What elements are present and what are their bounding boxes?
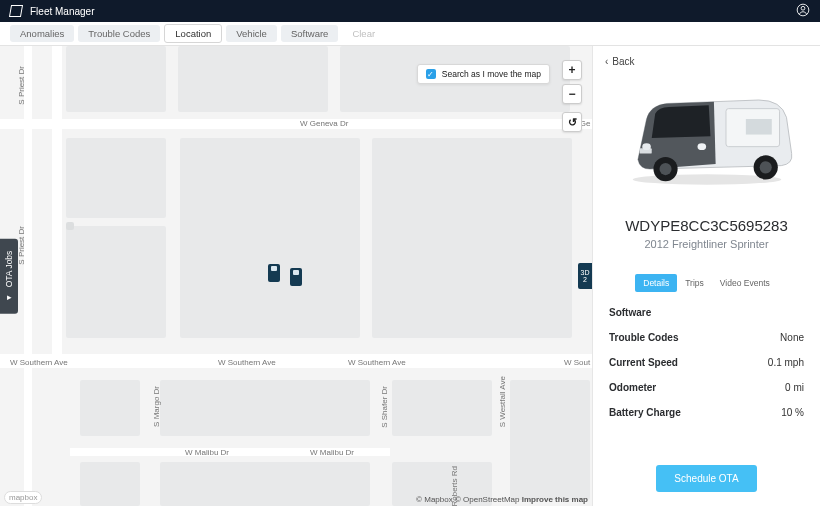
row-speed-label: Current Speed bbox=[609, 357, 678, 368]
tab-vehicle[interactable]: Vehicle bbox=[226, 25, 277, 42]
map-attribution: © Mapbox © OpenStreetMap Improve this ma… bbox=[416, 495, 588, 504]
back-button[interactable]: ‹ Back bbox=[605, 56, 808, 67]
row-speed-value: 0.1 mph bbox=[768, 357, 804, 368]
detail-panel: ‹ Back WDYPE8CC3C5695283 2012 Freightlin… bbox=[592, 46, 820, 506]
subtab-details[interactable]: Details bbox=[635, 274, 677, 292]
search-as-move-label: Search as I move the map bbox=[442, 69, 541, 79]
zoom-out-button[interactable]: − bbox=[562, 84, 582, 104]
zoom-in-button[interactable]: + bbox=[562, 60, 582, 80]
mapbox-logo-badge: mapbox bbox=[4, 491, 42, 504]
vehicle-marker[interactable] bbox=[268, 264, 280, 282]
street-label: S Priest Dr bbox=[17, 66, 26, 105]
street-label: S Shafer Dr bbox=[380, 386, 389, 428]
svg-point-11 bbox=[697, 143, 706, 150]
street-label: S Westfall Ave bbox=[498, 376, 507, 427]
search-as-move-toggle[interactable]: ✓ Search as I move the map bbox=[417, 64, 550, 84]
tab-software[interactable]: Software bbox=[281, 25, 339, 42]
tab-trouble-codes[interactable]: Trouble Codes bbox=[78, 25, 160, 42]
street-label: W Malibu Dr bbox=[185, 448, 229, 457]
ota-jobs-drawer-handle[interactable]: OTA Jobs ▸ bbox=[0, 239, 18, 314]
street-label: W Southern Ave bbox=[10, 358, 68, 367]
check-icon: ✓ bbox=[426, 69, 436, 79]
vehicle-model: 2012 Freightliner Sprinter bbox=[605, 238, 808, 250]
reset-bearing-button[interactable]: ↺ bbox=[562, 112, 582, 132]
svg-point-8 bbox=[759, 161, 771, 173]
street-label: W Geneva Dr bbox=[300, 119, 348, 128]
schedule-ota-button[interactable]: Schedule OTA bbox=[656, 465, 756, 492]
vehicle-vin: WDYPE8CC3C5695283 bbox=[605, 217, 808, 234]
street-label: W Southern Ave bbox=[348, 358, 406, 367]
tab-clear[interactable]: Clear bbox=[342, 25, 385, 42]
detail-subtabs: Details Trips Video Events bbox=[605, 274, 808, 292]
row-battery-label: Battery Charge bbox=[609, 407, 681, 418]
tab-anomalies[interactable]: Anomalies bbox=[10, 25, 74, 42]
svg-rect-4 bbox=[745, 119, 771, 135]
svg-point-6 bbox=[659, 163, 671, 175]
map-canvas[interactable]: S Priest Dr S Priest Dr W Geneva Dr W Ge… bbox=[0, 46, 592, 506]
app-logo-icon bbox=[9, 5, 23, 17]
map-3d-toggle[interactable]: 3D2 bbox=[578, 263, 592, 289]
street-label: W Southern Ave bbox=[218, 358, 276, 367]
street-label: W Malibu Dr bbox=[310, 448, 354, 457]
street-label: S Margo Dr bbox=[152, 386, 161, 427]
vehicle-marker[interactable] bbox=[290, 268, 302, 286]
top-bar: Fleet Manager bbox=[0, 0, 820, 22]
app-title: Fleet Manager bbox=[30, 6, 94, 17]
svg-point-10 bbox=[642, 143, 651, 150]
row-trouble-value: None bbox=[780, 332, 804, 343]
row-odometer-label: Odometer bbox=[609, 382, 656, 393]
row-trouble-label: Trouble Codes bbox=[609, 332, 678, 343]
street-label: S Priest Dr bbox=[17, 226, 26, 265]
tab-bar: Anomalies Trouble Codes Location Vehicle… bbox=[0, 22, 820, 46]
row-battery-value: 10 % bbox=[781, 407, 804, 418]
svg-point-1 bbox=[801, 6, 805, 10]
subtab-video-events[interactable]: Video Events bbox=[712, 274, 778, 292]
chevron-left-icon: ‹ bbox=[605, 56, 608, 67]
user-profile-icon[interactable] bbox=[796, 3, 810, 20]
row-software-label: Software bbox=[609, 307, 651, 318]
tab-location[interactable]: Location bbox=[164, 24, 222, 43]
vehicle-image bbox=[605, 73, 808, 203]
subtab-trips[interactable]: Trips bbox=[677, 274, 712, 292]
row-odometer-value: 0 mi bbox=[785, 382, 804, 393]
street-label: W Sout bbox=[564, 358, 590, 367]
